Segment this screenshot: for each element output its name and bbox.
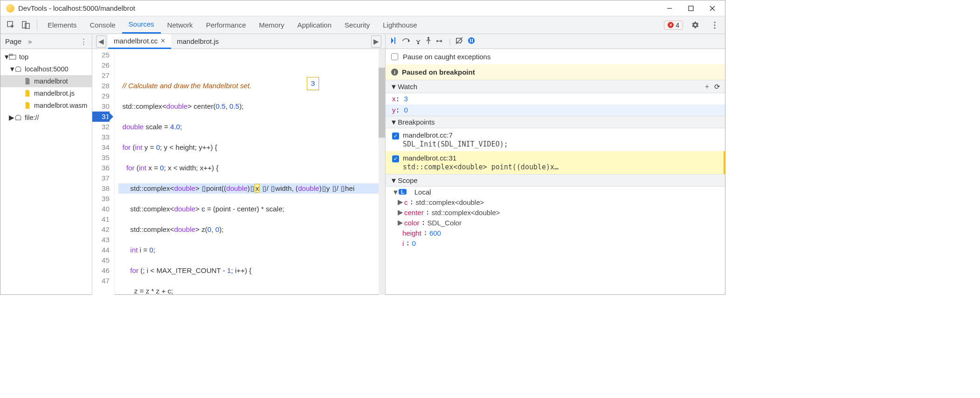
breakpoint-item[interactable]: ✓mandelbrot.cc:31std::complex<double> po… — [386, 151, 725, 174]
breakpoint-code: SDL_Init(SDL_INIT_VIDEO); — [403, 140, 508, 148]
inspect-icon[interactable] — [6, 20, 16, 30]
tab-elements[interactable]: Elements — [41, 16, 83, 34]
step-out-button[interactable] — [426, 37, 431, 46]
file-tab-label: mandelbrot.js — [177, 37, 219, 45]
device-toggle-icon[interactable] — [21, 20, 31, 30]
hover-tooltip: 3 — [307, 77, 319, 90]
breakpoints-header[interactable]: ▼ Breakpoints — [386, 116, 725, 128]
scope-item[interactable]: height: 600 — [386, 228, 725, 238]
sidebar-tab-page[interactable]: Page — [5, 37, 21, 45]
breakpoint-location: mandelbrot.cc:31 — [403, 154, 559, 162]
tab-network[interactable]: Network — [161, 16, 200, 34]
pause-on-caught-row[interactable]: Pause on caught exceptions — [386, 49, 725, 64]
main-toolbar: Elements Console Sources Network Perform… — [0, 16, 725, 34]
svg-point-13 — [417, 42, 419, 44]
maximize-button[interactable] — [680, 0, 702, 16]
checkbox-icon[interactable] — [391, 53, 398, 60]
svg-point-17 — [468, 37, 475, 44]
pause-caught-label: Pause on caught exceptions — [403, 53, 490, 61]
svg-point-7 — [714, 21, 715, 23]
scope-group-label: Local — [414, 188, 431, 196]
step-into-button[interactable] — [415, 37, 421, 46]
svg-rect-12 — [394, 37, 395, 44]
checkbox-icon[interactable]: ✓ — [392, 155, 399, 162]
pause-exceptions-button[interactable] — [468, 37, 475, 46]
editor-panel: ◀ mandelbrot.cc✕ mandelbrot.js ▶ 2526272… — [92, 34, 385, 295]
window-title: DevTools - localhost:5000/mandelbrot — [18, 4, 659, 12]
watch-header[interactable]: ▼ Watch＋ ⟳ — [386, 80, 725, 93]
banner-text: Paused on breakpoint — [402, 68, 475, 76]
tree-root-label: top — [19, 52, 28, 62]
tree-origin[interactable]: ▼localhost:5000 — [0, 63, 92, 75]
debugger-toggle-icon[interactable]: ▶ — [371, 35, 381, 48]
svg-rect-19 — [472, 39, 473, 42]
svg-point-8 — [714, 24, 715, 26]
svg-point-9 — [714, 27, 715, 28]
panel-tabs: Elements Console Sources Network Perform… — [41, 16, 424, 34]
refresh-watch-icon[interactable]: ⟳ — [714, 83, 720, 91]
kebab-menu-icon[interactable] — [710, 20, 720, 30]
close-button[interactable] — [702, 0, 723, 16]
code-editor[interactable]: 2526272829303132333435363738394041424344… — [92, 49, 385, 295]
sidebar-menu-icon[interactable]: ⋮ — [80, 37, 87, 46]
tree-origin-label: localhost:5000 — [25, 64, 69, 74]
watch-header-label: Watch — [398, 83, 417, 91]
debugger-panel: | Pause on caught exceptions iPaused on … — [386, 34, 725, 295]
close-icon[interactable]: ✕ — [160, 37, 166, 44]
scope-item[interactable]: ▶color: SDL_Color — [386, 217, 725, 228]
tree-file-mandelbrot[interactable]: mandelbrot — [0, 75, 92, 87]
resume-button[interactable] — [390, 37, 398, 46]
watch-item[interactable]: x: 3 — [386, 93, 725, 105]
file-tree: ▼top ▼localhost:5000 mandelbrot mandelbr… — [0, 49, 92, 126]
error-badge[interactable]: ×4 — [664, 21, 683, 30]
file-tab-mandelbrot-js[interactable]: mandelbrot.js — [171, 34, 224, 49]
tree-file-label: mandelbrot — [34, 76, 68, 86]
scope-item[interactable]: ▶center: std::complex<double> — [386, 207, 725, 217]
tab-security[interactable]: Security — [338, 16, 376, 34]
tree-file-label: mandelbrot.wasm — [34, 100, 87, 111]
svg-rect-5 — [22, 21, 26, 28]
step-button[interactable] — [436, 37, 444, 45]
scope-header-label: Scope — [398, 176, 418, 184]
tree-file-scheme[interactable]: ▶file:// — [0, 112, 92, 124]
devtools-logo-icon — [6, 4, 14, 13]
add-watch-icon[interactable]: ＋ — [704, 82, 711, 91]
tab-sources[interactable]: Sources — [122, 16, 161, 34]
paused-banner: iPaused on breakpoint — [386, 64, 725, 80]
code-area[interactable]: // Calculate and draw the Mandelbrot set… — [115, 49, 379, 295]
divider — [37, 20, 37, 31]
scope-item[interactable]: ▶c: std::complex<double> — [386, 197, 725, 207]
step-over-button[interactable] — [402, 37, 411, 45]
tab-memory[interactable]: Memory — [253, 16, 291, 34]
minimize-button[interactable] — [659, 0, 680, 16]
tree-top[interactable]: ▼top — [0, 51, 92, 63]
scope-group[interactable]: ▼L Local — [386, 187, 725, 197]
checkbox-icon[interactable]: ✓ — [392, 133, 399, 140]
file-tab-label: mandelbrot.cc — [114, 37, 158, 45]
svg-point-14 — [428, 37, 429, 39]
tab-console[interactable]: Console — [83, 16, 122, 34]
tab-lighthouse[interactable]: Lighthouse — [376, 16, 423, 34]
tree-file-mandelbrot-wasm[interactable]: mandelbrot.wasm — [0, 99, 92, 112]
tree-file-scheme-label: file:// — [25, 112, 39, 123]
scope-header[interactable]: ▼ Scope — [386, 174, 725, 187]
navigator-sidebar: Page » ⋮ ▼top ▼localhost:5000 mandelbrot… — [0, 34, 92, 295]
breakpoint-item[interactable]: ✓mandelbrot.cc:7SDL_Init(SDL_INIT_VIDEO)… — [386, 128, 725, 151]
tree-file-label: mandelbrot.js — [34, 88, 75, 98]
sidebar-more-icon[interactable]: » — [28, 37, 32, 45]
svg-rect-1 — [689, 6, 693, 11]
vertical-scrollbar[interactable] — [379, 49, 385, 295]
gutter[interactable]: 2526272829303132333435363738394041424344… — [92, 49, 115, 295]
navigator-toggle-icon[interactable]: ◀ — [96, 35, 106, 48]
deactivate-breakpoints-button[interactable] — [455, 37, 463, 46]
file-tab-mandelbrot-cc[interactable]: mandelbrot.cc✕ — [108, 34, 171, 49]
tab-performance[interactable]: Performance — [200, 16, 253, 34]
settings-gear-icon[interactable] — [690, 20, 700, 30]
tab-application[interactable]: Application — [291, 16, 338, 34]
scope-item[interactable]: i: 0 — [386, 238, 725, 248]
watch-item[interactable]: y: 0 — [386, 105, 725, 116]
tree-file-mandelbrot-js[interactable]: mandelbrot.js — [0, 87, 92, 99]
error-count: 4 — [676, 21, 679, 29]
svg-point-15 — [436, 40, 438, 42]
breakpoint-code: std::complex<double> point((double)x… — [403, 163, 559, 171]
